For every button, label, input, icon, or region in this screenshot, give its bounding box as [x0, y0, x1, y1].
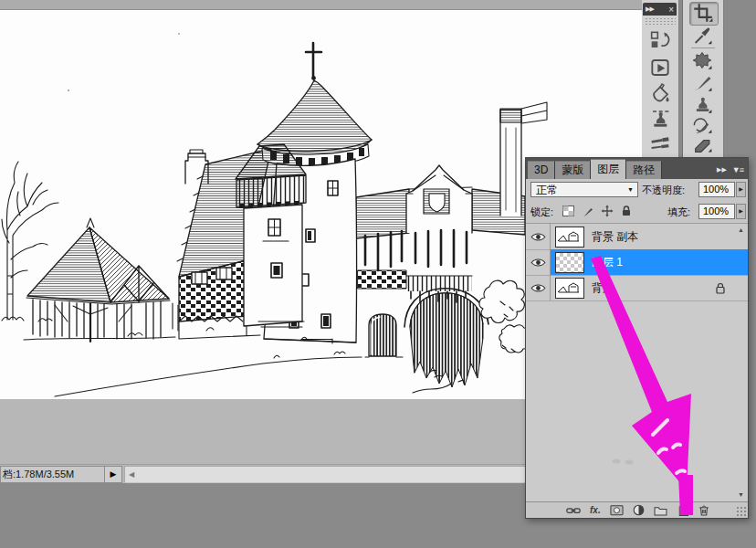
status-popup-button[interactable]: ▶: [104, 466, 122, 483]
tools-toolbar: [682, 0, 724, 157]
opacity-label: 不透明度:: [642, 184, 685, 197]
scroll-left-icon[interactable]: ◀: [129, 469, 134, 480]
eye-icon: [530, 258, 546, 268]
layer-thumbnail[interactable]: [555, 227, 584, 248]
panel-resize-grip[interactable]: [736, 506, 747, 517]
selected-layer-row[interactable]: 图层 1: [551, 249, 748, 275]
tool-divider: [691, 47, 715, 48]
close-icon[interactable]: ×: [668, 5, 674, 15]
opacity-value: 100%: [703, 184, 729, 195]
collapse-icon[interactable]: ▶▶: [646, 5, 654, 13]
layer-row-background[interactable]: 背景: [526, 275, 748, 301]
layers-panel: 3D 蒙版 图层 路径 ▶▶ ▼≡ 正常 ▼ 不透明度: 100% ▶ 锁定:: [525, 157, 749, 519]
layer-row-layer1[interactable]: 图层 1: [526, 249, 748, 276]
opacity-spinner[interactable]: ▶: [736, 182, 746, 197]
lock-all-icon[interactable]: [620, 205, 633, 221]
visibility-toggle[interactable]: [526, 275, 551, 300]
layer-mask-icon[interactable]: [610, 504, 624, 516]
eyedropper-tool-icon[interactable]: [689, 26, 717, 47]
layer-lock-icon: [715, 281, 726, 298]
layer-thumbnail[interactable]: [555, 252, 584, 273]
new-layer-icon[interactable]: [677, 504, 689, 516]
panel-menu-icon[interactable]: ▼≡: [732, 165, 743, 174]
status-bar: 档:1.78M/3.55M ▶ ◀: [0, 464, 528, 483]
blend-mode-value: 正常: [536, 184, 558, 196]
tab-3d[interactable]: 3D: [528, 161, 555, 179]
lock-transparency-icon[interactable]: [562, 205, 575, 221]
adjustment-layer-icon[interactable]: [633, 504, 645, 516]
tab-masks[interactable]: 蒙版: [555, 161, 591, 179]
scroll-down-icon[interactable]: ▼: [738, 491, 744, 498]
brushes-panel-icon[interactable]: [649, 133, 671, 155]
eye-icon: [530, 283, 546, 293]
layer-name[interactable]: 图层 1: [592, 255, 623, 270]
document-size-indicator: 档:1.78M/3.55M: [0, 466, 106, 483]
layer-name[interactable]: 背景: [592, 280, 614, 296]
tab-layers[interactable]: 图层: [591, 159, 626, 179]
layer-style-icon[interactable]: fx.: [590, 505, 601, 515]
pasteboard: [0, 399, 528, 464]
history-panel-icon[interactable]: [649, 29, 671, 51]
play-icon: ▶: [739, 208, 743, 214]
doc-size-value: 1.78M/3.55M: [16, 469, 74, 480]
collapse-panels-icon[interactable]: ▶▶: [717, 166, 727, 174]
fill-field[interactable]: 100%: [698, 204, 735, 219]
eye-icon: [530, 232, 546, 242]
link-layers-icon[interactable]: [566, 505, 581, 516]
dock-header: ▶▶ ×: [643, 3, 677, 16]
lock-options-row: 锁定: 填充: 100% ▶: [526, 201, 748, 223]
opacity-field[interactable]: 100%: [698, 182, 735, 197]
visibility-toggle[interactable]: [526, 224, 551, 249]
lock-position-icon[interactable]: [601, 205, 614, 221]
fill-label: 填充:: [667, 206, 690, 219]
layers-panel-footer: fx.: [526, 501, 748, 518]
panel-dock: ▶▶ ×: [642, 0, 679, 157]
doc-size-label: 档:: [3, 469, 16, 480]
layer-thumbnail[interactable]: [555, 278, 584, 299]
new-group-icon[interactable]: [654, 505, 667, 516]
photoshop-workspace: 档:1.78M/3.55M ▶ ◀ ▶▶ ×: [0, 0, 756, 548]
actions-panel-icon[interactable]: [649, 57, 671, 79]
fill-spinner[interactable]: ▶: [736, 204, 746, 219]
lock-label: 锁定:: [530, 206, 553, 219]
scroll-up-icon[interactable]: ▲: [738, 227, 744, 233]
blend-options-row: 正常 ▼ 不透明度: 100% ▶: [526, 179, 748, 201]
layer-name[interactable]: 背景 副本: [592, 229, 638, 245]
lock-paint-icon[interactable]: [582, 205, 594, 221]
clone-stamp-tool-icon[interactable]: [689, 94, 717, 116]
play-icon: ▶: [739, 186, 743, 192]
eraser-tool-icon[interactable]: [689, 132, 717, 154]
visibility-toggle[interactable]: [526, 249, 551, 275]
fill-value: 100%: [703, 206, 729, 216]
tab-paths[interactable]: 路径: [626, 161, 662, 179]
delete-layer-icon[interactable]: [698, 504, 709, 516]
panel-tab-bar: 3D 蒙版 图层 路径 ▶▶ ▼≡: [526, 158, 748, 179]
panel-scrollbar[interactable]: ▲ ▼: [736, 223, 748, 501]
dock-grip[interactable]: [645, 17, 676, 25]
clone-source-panel-icon[interactable]: [649, 108, 671, 130]
layer-list: 背景 副本 图层 1 背景: [526, 223, 748, 502]
layer-row-background-copy[interactable]: 背景 副本: [526, 224, 748, 250]
crop-tool-icon[interactable]: [689, 2, 719, 26]
play-icon: ▶: [110, 469, 117, 479]
brush-tool-icon[interactable]: [689, 72, 717, 94]
spot-healing-tool-icon[interactable]: [689, 50, 717, 72]
tool-presets-panel-icon[interactable]: [649, 82, 671, 104]
horizontal-scrollbar[interactable]: ◀: [124, 466, 530, 483]
blend-mode-select[interactable]: 正常 ▼: [530, 182, 638, 197]
chevron-down-icon: ▼: [627, 183, 634, 196]
